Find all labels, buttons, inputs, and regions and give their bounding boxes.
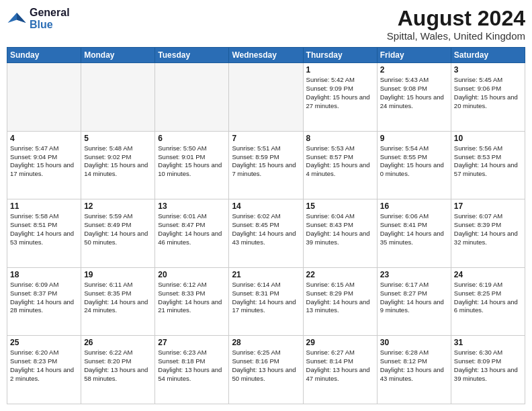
day-number: 6 bbox=[158, 134, 226, 143]
day-number: 30 bbox=[380, 338, 448, 347]
day-cell: 16Sunrise: 6:06 AM Sunset: 8:41 PM Dayli… bbox=[377, 199, 451, 268]
day-number: 23 bbox=[380, 270, 448, 279]
logo-text: General Blue bbox=[30, 7, 70, 30]
day-number: 4 bbox=[10, 134, 78, 143]
day-cell: 28Sunrise: 6:25 AM Sunset: 8:16 PM Dayli… bbox=[229, 336, 303, 404]
day-number: 19 bbox=[84, 270, 152, 279]
day-info: Sunrise: 6:11 AM Sunset: 8:35 PM Dayligh… bbox=[84, 281, 152, 315]
day-cell: 25Sunrise: 6:20 AM Sunset: 8:23 PM Dayli… bbox=[7, 336, 81, 404]
col-wednesday: Wednesday bbox=[229, 48, 303, 63]
day-info: Sunrise: 5:59 AM Sunset: 8:49 PM Dayligh… bbox=[84, 212, 152, 246]
day-info: Sunrise: 5:42 AM Sunset: 9:09 PM Dayligh… bbox=[306, 76, 374, 110]
logo-icon bbox=[7, 9, 27, 29]
day-cell: 9Sunrise: 5:54 AM Sunset: 8:55 PM Daylig… bbox=[377, 131, 451, 199]
day-number: 15 bbox=[306, 201, 374, 211]
day-cell: 23Sunrise: 6:17 AM Sunset: 8:27 PM Dayli… bbox=[377, 267, 451, 336]
day-info: Sunrise: 5:43 AM Sunset: 9:08 PM Dayligh… bbox=[380, 76, 448, 110]
day-info: Sunrise: 5:53 AM Sunset: 8:57 PM Dayligh… bbox=[306, 144, 374, 179]
day-info: Sunrise: 5:50 AM Sunset: 9:01 PM Dayligh… bbox=[158, 144, 226, 179]
day-info: Sunrise: 6:27 AM Sunset: 8:14 PM Dayligh… bbox=[306, 349, 374, 383]
week-row-1: 1Sunrise: 5:42 AM Sunset: 9:09 PM Daylig… bbox=[7, 63, 525, 132]
col-monday: Monday bbox=[81, 48, 155, 63]
day-cell: 15Sunrise: 6:04 AM Sunset: 8:43 PM Dayli… bbox=[303, 199, 377, 268]
day-number: 16 bbox=[380, 201, 448, 211]
day-cell bbox=[155, 63, 229, 132]
day-info: Sunrise: 6:07 AM Sunset: 8:39 PM Dayligh… bbox=[454, 212, 522, 246]
day-number: 12 bbox=[84, 201, 152, 211]
day-number: 5 bbox=[84, 134, 152, 143]
title-block: August 2024 Spittal, Wales, United Kingd… bbox=[387, 7, 525, 42]
day-cell: 10Sunrise: 5:56 AM Sunset: 8:53 PM Dayli… bbox=[451, 131, 525, 199]
day-cell: 8Sunrise: 5:53 AM Sunset: 8:57 PM Daylig… bbox=[303, 131, 377, 199]
day-info: Sunrise: 6:23 AM Sunset: 8:18 PM Dayligh… bbox=[158, 349, 226, 383]
day-info: Sunrise: 6:14 AM Sunset: 8:31 PM Dayligh… bbox=[232, 281, 300, 315]
day-info: Sunrise: 5:45 AM Sunset: 9:06 PM Dayligh… bbox=[454, 76, 522, 110]
col-thursday: Thursday bbox=[303, 48, 377, 63]
day-number: 22 bbox=[306, 270, 374, 279]
day-number: 25 bbox=[10, 338, 78, 347]
day-number: 21 bbox=[232, 270, 300, 279]
header: General Blue August 2024 Spittal, Wales,… bbox=[7, 7, 525, 42]
day-cell: 2Sunrise: 5:43 AM Sunset: 9:08 PM Daylig… bbox=[377, 63, 451, 132]
col-saturday: Saturday bbox=[451, 48, 525, 63]
day-cell: 30Sunrise: 6:28 AM Sunset: 8:12 PM Dayli… bbox=[377, 336, 451, 404]
col-friday: Friday bbox=[377, 48, 451, 63]
day-info: Sunrise: 6:15 AM Sunset: 8:29 PM Dayligh… bbox=[306, 281, 374, 315]
day-info: Sunrise: 6:04 AM Sunset: 8:43 PM Dayligh… bbox=[306, 212, 374, 246]
day-info: Sunrise: 5:54 AM Sunset: 8:55 PM Dayligh… bbox=[380, 144, 448, 179]
day-number: 27 bbox=[158, 338, 226, 347]
day-cell: 1Sunrise: 5:42 AM Sunset: 9:09 PM Daylig… bbox=[303, 63, 377, 132]
day-cell: 27Sunrise: 6:23 AM Sunset: 8:18 PM Dayli… bbox=[155, 336, 229, 404]
day-cell: 11Sunrise: 5:58 AM Sunset: 8:51 PM Dayli… bbox=[7, 199, 81, 268]
day-cell: 24Sunrise: 6:19 AM Sunset: 8:25 PM Dayli… bbox=[451, 267, 525, 336]
day-cell: 20Sunrise: 6:12 AM Sunset: 8:33 PM Dayli… bbox=[155, 267, 229, 336]
day-number: 28 bbox=[232, 338, 300, 347]
day-info: Sunrise: 5:48 AM Sunset: 9:02 PM Dayligh… bbox=[84, 144, 152, 179]
page: General Blue August 2024 Spittal, Wales,… bbox=[0, 0, 532, 411]
day-number: 9 bbox=[380, 134, 448, 143]
day-info: Sunrise: 6:02 AM Sunset: 8:45 PM Dayligh… bbox=[232, 212, 300, 246]
day-info: Sunrise: 6:19 AM Sunset: 8:25 PM Dayligh… bbox=[454, 281, 522, 315]
day-info: Sunrise: 5:56 AM Sunset: 8:53 PM Dayligh… bbox=[454, 144, 522, 179]
day-cell: 14Sunrise: 6:02 AM Sunset: 8:45 PM Dayli… bbox=[229, 199, 303, 268]
day-cell: 12Sunrise: 5:59 AM Sunset: 8:49 PM Dayli… bbox=[81, 199, 155, 268]
day-cell: 22Sunrise: 6:15 AM Sunset: 8:29 PM Dayli… bbox=[303, 267, 377, 336]
day-info: Sunrise: 5:51 AM Sunset: 8:59 PM Dayligh… bbox=[232, 144, 300, 179]
col-tuesday: Tuesday bbox=[155, 48, 229, 63]
day-info: Sunrise: 6:20 AM Sunset: 8:23 PM Dayligh… bbox=[10, 349, 78, 383]
day-number: 14 bbox=[232, 201, 300, 211]
day-cell: 26Sunrise: 6:22 AM Sunset: 8:20 PM Dayli… bbox=[81, 336, 155, 404]
day-number: 7 bbox=[232, 134, 300, 143]
location-subtitle: Spittal, Wales, United Kingdom bbox=[387, 30, 525, 42]
week-row-2: 4Sunrise: 5:47 AM Sunset: 9:04 PM Daylig… bbox=[7, 131, 525, 199]
day-number: 11 bbox=[10, 201, 78, 211]
day-number: 13 bbox=[158, 201, 226, 211]
day-info: Sunrise: 6:22 AM Sunset: 8:20 PM Dayligh… bbox=[84, 349, 152, 383]
day-cell: 18Sunrise: 6:09 AM Sunset: 8:37 PM Dayli… bbox=[7, 267, 81, 336]
day-number: 3 bbox=[454, 65, 522, 75]
day-number: 29 bbox=[306, 338, 374, 347]
day-info: Sunrise: 6:17 AM Sunset: 8:27 PM Dayligh… bbox=[380, 281, 448, 315]
svg-marker-1 bbox=[17, 13, 26, 23]
day-cell bbox=[229, 63, 303, 132]
day-info: Sunrise: 6:25 AM Sunset: 8:16 PM Dayligh… bbox=[232, 349, 300, 383]
day-cell: 4Sunrise: 5:47 AM Sunset: 9:04 PM Daylig… bbox=[7, 131, 81, 199]
day-number: 24 bbox=[454, 270, 522, 279]
day-cell bbox=[7, 63, 81, 132]
day-number: 18 bbox=[10, 270, 78, 279]
day-cell: 7Sunrise: 5:51 AM Sunset: 8:59 PM Daylig… bbox=[229, 131, 303, 199]
day-number: 17 bbox=[454, 201, 522, 211]
month-year-title: August 2024 bbox=[387, 7, 525, 30]
day-number: 2 bbox=[380, 65, 448, 75]
week-row-4: 18Sunrise: 6:09 AM Sunset: 8:37 PM Dayli… bbox=[7, 267, 525, 336]
day-info: Sunrise: 6:30 AM Sunset: 8:09 PM Dayligh… bbox=[454, 349, 522, 383]
day-info: Sunrise: 6:09 AM Sunset: 8:37 PM Dayligh… bbox=[10, 281, 78, 315]
day-cell: 17Sunrise: 6:07 AM Sunset: 8:39 PM Dayli… bbox=[451, 199, 525, 268]
day-info: Sunrise: 6:01 AM Sunset: 8:47 PM Dayligh… bbox=[158, 212, 226, 246]
day-number: 31 bbox=[454, 338, 522, 347]
day-info: Sunrise: 5:47 AM Sunset: 9:04 PM Dayligh… bbox=[10, 144, 78, 179]
day-info: Sunrise: 6:06 AM Sunset: 8:41 PM Dayligh… bbox=[380, 212, 448, 246]
day-cell: 5Sunrise: 5:48 AM Sunset: 9:02 PM Daylig… bbox=[81, 131, 155, 199]
day-number: 8 bbox=[306, 134, 374, 143]
week-row-3: 11Sunrise: 5:58 AM Sunset: 8:51 PM Dayli… bbox=[7, 199, 525, 268]
